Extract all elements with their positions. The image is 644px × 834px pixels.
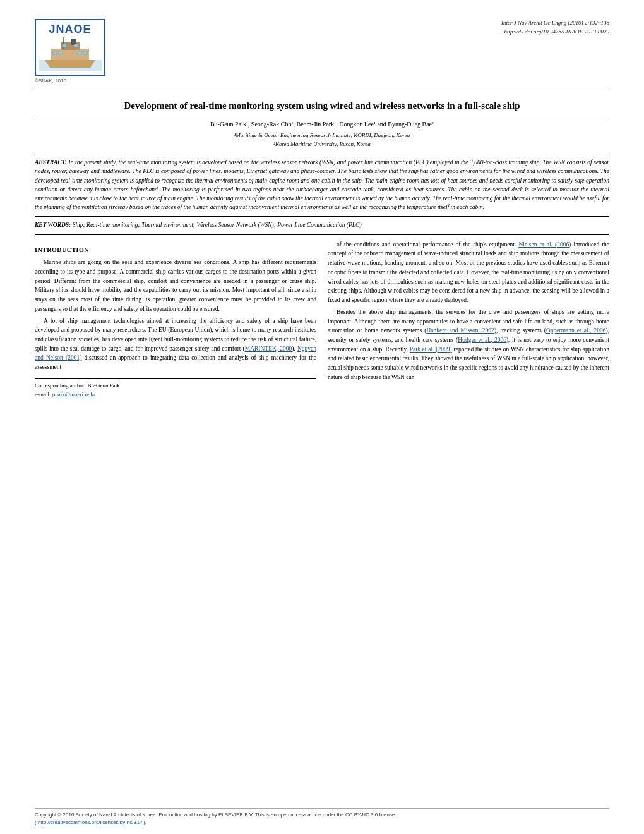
abstract-text: In the present study, the real-time moni…: [35, 159, 609, 210]
right-para-1: of the conditions and operational perfor…: [328, 240, 609, 305]
journal-info: Inter J Nav Archit Oc Engng (2010) 2:132…: [501, 19, 609, 36]
affiliation-1: ¹Maritime & Ocean Engineering Research I…: [35, 131, 609, 140]
authors-text: Bu-Geun Paik¹, Seong-Rak Cho¹, Beom-Jin …: [210, 121, 434, 128]
header-divider: [35, 90, 609, 90]
intro-para-2: A lot of ship management technologies ai…: [35, 317, 316, 372]
ref-hankem: Hankem and Misson, 2002: [426, 327, 494, 334]
abstract-label: ABSTRACT:: [35, 159, 67, 166]
ref-nielsen: Nielsen et al. (2006): [518, 241, 571, 248]
svg-rect-4: [71, 39, 76, 45]
ref-marintek: MARINTEK, 2000: [245, 346, 292, 352]
copyright-text: Copyright © 2010 Society of Naval Archit…: [35, 812, 395, 818]
svg-rect-10: [63, 44, 66, 47]
left-column: INTRODUCTION Marine ships are going on t…: [35, 240, 316, 399]
svg-rect-6: [53, 51, 57, 54]
ship-illustration: [39, 36, 102, 71]
ref-oppermann: Oppermann et al., 2006: [546, 327, 605, 334]
affiliation-2: ²Korea Maritime University, Busan, Korea: [35, 140, 609, 149]
main-content: INTRODUCTION Marine ships are going on t…: [35, 240, 609, 399]
footnote-email: ppaik@moeri.re.kr: [52, 391, 95, 397]
paper-title: Development of real-time monitoring syst…: [35, 99, 609, 112]
abstract: ABSTRACT: In the present study, the real…: [35, 158, 609, 212]
footer-copyright: Copyright © 2010 Society of Naval Archit…: [35, 808, 609, 826]
keywords-label: KEY WORDS:: [35, 222, 71, 228]
header: JNAOE: [35, 19, 609, 83]
logo-acronym: JNAOE: [39, 23, 102, 36]
journal-logo: JNAOE: [35, 19, 123, 83]
journal-name: Inter J Nav Archit Oc Engng (2010) 2:132…: [501, 19, 609, 28]
svg-rect-9: [83, 51, 87, 54]
svg-rect-7: [59, 51, 63, 54]
footnote-line2: e-mail: ppaik@moeri.re.kr: [35, 390, 316, 399]
svg-marker-1: [45, 60, 95, 68]
journal-doi: http://dx.doi.org/10.2478/LINAOE-2013-00…: [501, 28, 609, 37]
ref-hodges: Hodges et al., 2006: [458, 337, 506, 343]
footnote-line1: Corresponding author: Bu-Geun Paik: [35, 382, 316, 390]
keywords-divider: [35, 234, 609, 235]
ref-paik: Paik et al. (2009): [410, 346, 452, 353]
snak-label: ©SNAK, 2010: [35, 78, 123, 83]
abstract-bottom-divider: [35, 216, 609, 217]
intro-para-1: Marine ships are going on the seas and e…: [35, 258, 316, 313]
intro-heading: INTRODUCTION: [35, 245, 316, 255]
svg-rect-8: [78, 51, 81, 54]
right-para-2: Besides the above ship managements, the …: [328, 308, 609, 382]
right-column: of the conditions and operational perfor…: [328, 240, 609, 399]
affiliations: ¹Maritime & Ocean Engineering Research I…: [35, 131, 609, 148]
title-divider: [35, 118, 609, 118]
authors-line: Bu-Geun Paik¹, Seong-Rak Cho¹, Beom-Jin …: [35, 121, 609, 128]
footnote: Corresponding author: Bu-Geun Paik e-mai…: [35, 378, 316, 399]
svg-rect-11: [74, 44, 78, 47]
abstract-top-divider: [35, 154, 609, 154]
keywords-text: Ship; Real-time monitoring; Thermal envi…: [71, 222, 363, 228]
copyright-link: ( http://creativecommons.org/licenses/by…: [35, 819, 146, 825]
keywords: KEY WORDS: Ship; Real-time monitoring; T…: [35, 221, 609, 229]
